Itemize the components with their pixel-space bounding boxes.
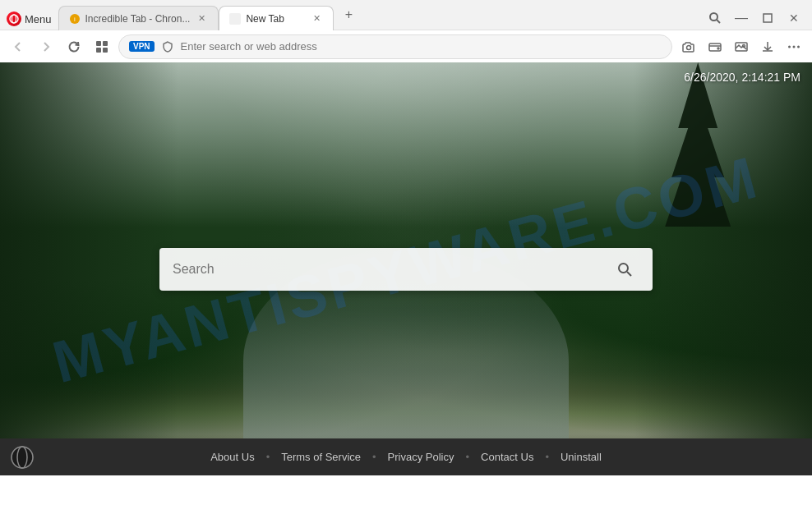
- footer-privacy[interactable]: Privacy Policy: [376, 451, 466, 463]
- tab-2-label: New Tab: [246, 13, 305, 25]
- tab-incredible[interactable]: i Incredible Tab - Chron... ✕: [58, 6, 219, 30]
- svg-rect-11: [103, 48, 108, 53]
- footer-contact[interactable]: Contact Us: [469, 451, 545, 463]
- search-icon: [616, 261, 633, 278]
- browser-chrome: Menu i Incredible Tab - Chron... ✕ New T…: [0, 0, 812, 62]
- back-button[interactable]: [7, 35, 30, 58]
- search-button[interactable]: [610, 255, 639, 284]
- svg-point-19: [797, 45, 800, 48]
- camera-button[interactable]: [677, 35, 700, 58]
- close-button[interactable]: ✕: [782, 7, 805, 30]
- search-container: [159, 248, 653, 291]
- svg-rect-10: [96, 48, 101, 53]
- settings-menu-button[interactable]: [782, 35, 805, 58]
- svg-rect-4: [229, 13, 241, 25]
- search-window-button[interactable]: [704, 7, 727, 30]
- svg-text:i: i: [74, 16, 76, 23]
- reload-button[interactable]: [62, 35, 85, 58]
- vpn-badge: VPN: [129, 41, 155, 52]
- tab-2-close[interactable]: ✕: [310, 12, 323, 25]
- svg-point-18: [793, 45, 796, 48]
- svg-rect-8: [96, 41, 101, 46]
- wallet-button[interactable]: [704, 35, 727, 58]
- address-input[interactable]: [181, 40, 662, 53]
- datetime: 6/26/2020, 2:14:21 PM: [684, 71, 800, 84]
- menu-label: Menu: [25, 13, 52, 25]
- footer: About Us • Terms of Service • Privacy Po…: [0, 438, 812, 475]
- minimize-button[interactable]: —: [730, 7, 753, 30]
- apps-button[interactable]: [90, 35, 113, 58]
- gallery-button[interactable]: [730, 35, 753, 58]
- footer-opera-icon: [10, 445, 35, 470]
- svg-point-5: [710, 13, 717, 21]
- svg-point-1: [12, 15, 16, 23]
- tab-1-close[interactable]: ✕: [195, 12, 208, 25]
- svg-point-20: [619, 264, 628, 273]
- search-box: [159, 248, 653, 291]
- address-bar[interactable]: VPN: [118, 34, 672, 59]
- opera-menu-button[interactable]: Menu: [0, 8, 58, 30]
- download-button[interactable]: [756, 35, 779, 58]
- tab-newtab[interactable]: New Tab ✕: [219, 6, 334, 30]
- svg-point-12: [687, 45, 691, 49]
- svg-rect-9: [103, 41, 108, 46]
- tab-1-favicon: i: [69, 13, 81, 25]
- tab-bar: Menu i Incredible Tab - Chron... ✕ New T…: [0, 0, 812, 30]
- opera-logo: [7, 11, 21, 26]
- tab-2-favicon: [229, 13, 241, 25]
- svg-line-6: [717, 20, 720, 23]
- newtab-page: MYANTISPYWARE.COM 6/26/2020, 2:14:21 PM …: [0, 62, 812, 475]
- svg-rect-7: [764, 14, 772, 22]
- maximize-button[interactable]: [756, 7, 779, 30]
- footer-uninstall[interactable]: Uninstall: [549, 451, 613, 463]
- svg-point-14: [717, 48, 719, 49]
- svg-line-21: [627, 272, 631, 276]
- tab-1-label: Incredible Tab - Chron...: [85, 13, 191, 25]
- add-tab-button[interactable]: +: [337, 3, 360, 26]
- shield-icon: [161, 40, 174, 53]
- footer-terms[interactable]: Terms of Service: [270, 451, 372, 463]
- svg-point-17: [788, 45, 791, 48]
- toolbar-right: [677, 35, 805, 58]
- address-bar-row: VPN: [0, 30, 812, 62]
- svg-point-0: [10, 15, 18, 23]
- forward-button[interactable]: [35, 35, 58, 58]
- footer-about-us[interactable]: About Us: [199, 451, 265, 463]
- search-input[interactable]: [173, 262, 610, 277]
